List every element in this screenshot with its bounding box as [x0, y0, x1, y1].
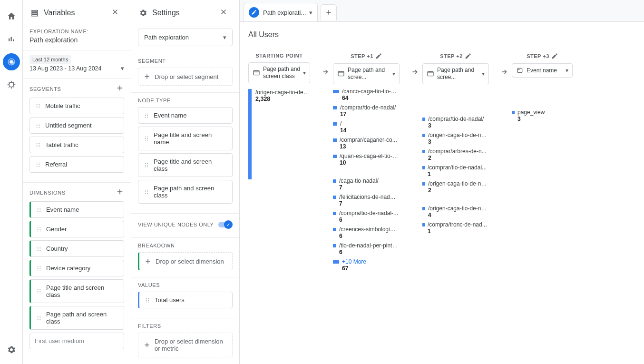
node-bar — [333, 244, 336, 247]
dimension-chip[interactable]: Gender — [29, 221, 124, 237]
svg-point-5 — [37, 104, 38, 105]
svg-point-75 — [147, 138, 148, 139]
node-bar — [333, 122, 337, 126]
dimension-chip[interactable]: Page path and screen class — [29, 306, 124, 330]
svg-point-11 — [37, 123, 38, 124]
step1-header[interactable]: STEP +1 — [333, 53, 400, 59]
path-node[interactable]: /quan-es-caga-el-tio-d...10 — [333, 153, 400, 166]
step2-header[interactable]: STEP +2 — [422, 53, 489, 59]
svg-point-52 — [39, 269, 40, 270]
node-type-chip[interactable]: Page path and screen class — [138, 180, 233, 204]
dimensions-section-label: DIMENSIONS — [29, 190, 66, 196]
add-segment-button[interactable] — [116, 84, 124, 94]
segment-chip[interactable]: Untitled segment — [29, 117, 124, 134]
path-node[interactable]: /origen-caga-tio-de-na...3 — [422, 132, 489, 145]
svg-point-19 — [37, 146, 38, 147]
node-bar — [422, 207, 425, 210]
chevron-down-icon[interactable]: ▾ — [309, 9, 312, 16]
path-node[interactable]: /compra/tronc-de-nad...1 — [422, 221, 489, 235]
svg-point-56 — [39, 289, 40, 290]
node-type-chip[interactable]: Page title and screen name — [138, 127, 233, 150]
close-icon[interactable] — [111, 8, 124, 18]
svg-point-25 — [37, 166, 38, 167]
svg-point-81 — [147, 165, 148, 166]
step1-node-select[interactable]: Page path and scree... ▾ — [333, 63, 400, 84]
settings-title: Settings — [152, 9, 180, 17]
arrow-icon — [322, 53, 329, 77]
svg-point-33 — [39, 209, 40, 210]
segment-chip[interactable]: Mobile traffic — [29, 98, 124, 114]
node-bar — [333, 196, 336, 199]
arrow-icon — [411, 53, 419, 77]
path-node[interactable]: /creences-simbologia-...6 — [333, 226, 400, 239]
step3-header[interactable]: STEP +3 — [512, 53, 573, 59]
path-node[interactable]: /comprar/caganer-co...13 — [333, 137, 400, 150]
dimension-chip[interactable]: Country — [29, 240, 124, 257]
date-range-picker[interactable]: 13 Aug 2023 - 13 Aug 2024 ▾ — [29, 65, 124, 72]
svg-rect-3 — [32, 12, 38, 14]
svg-point-65 — [145, 113, 146, 114]
add-dimension-button[interactable] — [116, 187, 124, 197]
path-node[interactable]: /caga-tio-nadal/7 — [333, 177, 400, 191]
tab-path-exploration[interactable]: Path explorati... ▾ — [244, 3, 318, 21]
segment-chip[interactable]: Referral — [29, 156, 124, 173]
svg-point-31 — [38, 211, 39, 212]
breakdown-drop-zone[interactable]: Drop or select dimension — [138, 252, 233, 270]
values-chip[interactable]: Total users — [138, 292, 233, 308]
step1-more[interactable]: +10 More 67 — [333, 258, 400, 272]
step3-node-select[interactable]: Event name ▾ — [512, 63, 573, 78]
svg-point-1 — [9, 82, 14, 87]
svg-point-69 — [147, 115, 148, 116]
technique-select[interactable]: Path exploration ▾ — [138, 29, 233, 46]
node-type-chip[interactable]: Page title and screen class — [138, 153, 233, 177]
exploration-name-input[interactable]: Path exploration — [29, 36, 124, 43]
path-node[interactable]: /comprar/tio-de-nadal/17 — [333, 104, 400, 118]
path-node[interactable]: /origen-caga-tio-de-na...4 — [422, 205, 489, 218]
path-node[interactable]: page_view3 — [512, 109, 573, 122]
svg-point-35 — [38, 227, 39, 228]
dimension-placeholder-input[interactable]: First user medium — [29, 333, 124, 349]
filters-drop-zone[interactable]: Drop or select dimension or metric — [138, 333, 233, 357]
canvas-segment-title: All Users — [248, 30, 635, 44]
svg-point-85 — [145, 193, 146, 194]
home-icon[interactable] — [3, 8, 20, 25]
path-node[interactable]: /felicitacions-de-nadal...7 — [333, 194, 400, 207]
svg-point-67 — [145, 117, 146, 118]
segment-drop-zone[interactable]: Drop or select segment — [138, 68, 233, 86]
path-node[interactable]: /comprar/arbres-de-n...2 — [422, 148, 489, 161]
path-node[interactable]: /comprar/tio-de-nadal...1 — [422, 164, 489, 177]
unique-nodes-toggle[interactable]: ✓ — [218, 220, 233, 229]
svg-rect-98 — [517, 68, 522, 72]
path-node[interactable]: /tio-de-nadal-per-pintar/6 — [333, 242, 400, 256]
dimension-chip[interactable]: Page title and screen class — [29, 279, 124, 303]
variables-title: Variables — [44, 9, 75, 17]
svg-point-66 — [145, 115, 146, 116]
date-preset-chip[interactable]: Last 12 months — [29, 55, 71, 64]
start-node-select[interactable]: Page path and screen class ▾ — [248, 62, 310, 83]
advertising-icon[interactable] — [3, 76, 20, 93]
svg-point-91 — [146, 301, 147, 302]
svg-point-59 — [38, 316, 39, 317]
node-bar — [333, 260, 339, 264]
add-tab-button[interactable] — [321, 4, 337, 20]
explore-icon[interactable] — [3, 53, 20, 70]
close-icon[interactable] — [219, 8, 233, 18]
node-type-chip[interactable]: Event name — [138, 107, 233, 124]
dimension-chip[interactable]: Event name — [29, 201, 124, 218]
nav-rail — [0, 0, 23, 364]
path-node[interactable]: /14 — [333, 120, 400, 134]
start-path-node[interactable]: /origen-caga-tio-de-na... 2,328 — [248, 89, 310, 179]
admin-gear-icon[interactable] — [3, 341, 20, 358]
reports-icon[interactable] — [3, 30, 20, 48]
path-node[interactable]: /compra/tio-de-nadal-...6 — [333, 210, 400, 223]
path-node[interactable]: /canco-caga-tio-tio-de-...64 — [333, 88, 400, 101]
svg-point-9 — [39, 106, 39, 107]
dimension-chip[interactable]: Device category — [29, 260, 124, 276]
segment-chip[interactable]: Tablet traffic — [29, 137, 124, 153]
svg-point-48 — [38, 268, 39, 269]
step2-node-select[interactable]: Page path and scree... ▾ — [422, 63, 489, 84]
path-node[interactable]: /origen-caga-tio-de-na...2 — [422, 180, 489, 194]
node-bar — [333, 106, 337, 109]
path-node[interactable]: /comprar/tio-de-nadal/3 — [422, 116, 489, 129]
svg-point-60 — [38, 317, 39, 318]
